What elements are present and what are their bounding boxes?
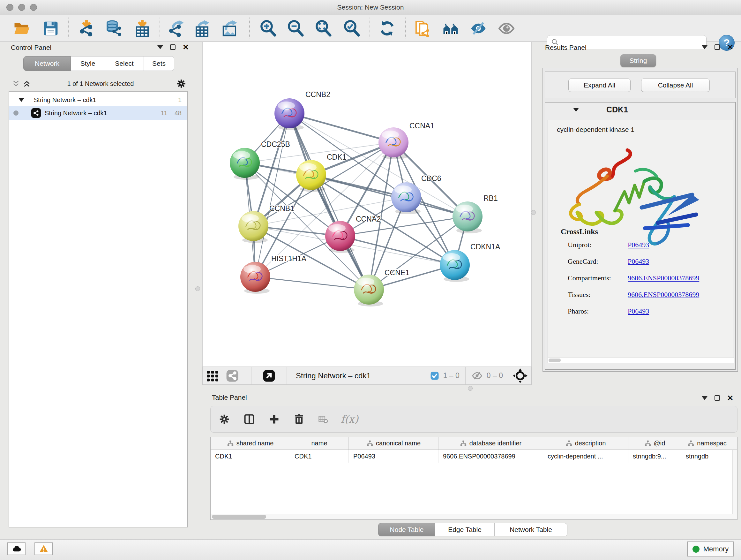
zoom-selected-button[interactable] [342, 18, 361, 38]
import-database-button[interactable] [104, 18, 124, 38]
network-node-hist1h1a[interactable] [240, 262, 270, 294]
bottom-splitter-grip[interactable] [468, 386, 473, 391]
grid-view-button[interactable] [203, 369, 222, 382]
collapse-all-button[interactable]: Collapse All [641, 78, 710, 92]
right-splitter-grip[interactable] [531, 210, 536, 215]
network-node-ccna2[interactable] [325, 221, 355, 253]
network-node-cdkn1a[interactable] [440, 250, 470, 282]
table-vscrollbar[interactable] [732, 450, 737, 514]
network-node-ccnb1[interactable] [239, 211, 268, 243]
export-image-button[interactable] [220, 18, 240, 38]
birds-eye-view-button[interactable] [222, 369, 242, 382]
zoom-out-button[interactable] [286, 18, 306, 38]
left-splitter-grip[interactable] [195, 287, 200, 291]
table-panel-close-icon[interactable]: ✕ [727, 395, 733, 401]
hide-selected-button[interactable] [468, 18, 488, 38]
hidden-nodes-indicator[interactable]: 0 – 0 [466, 370, 509, 381]
column-header-database-identifier[interactable]: database identifier [439, 437, 543, 449]
refresh-view-button[interactable] [377, 18, 397, 38]
table-panel-collapse-icon[interactable] [702, 396, 708, 400]
tab-style[interactable]: Style [71, 56, 105, 71]
save-session-button[interactable] [41, 18, 61, 38]
selected-nodes-indicator[interactable]: 1 – 0 [424, 371, 465, 381]
protein-collapse-icon[interactable] [573, 108, 579, 112]
cell[interactable]: stringdb [681, 450, 733, 462]
control-panel-float-icon[interactable] [170, 44, 176, 50]
network-options-gear-icon[interactable] [176, 78, 187, 89]
crosslink-link[interactable]: P06493 [628, 257, 649, 266]
zoom-in-button[interactable] [258, 18, 278, 38]
detach-view-button[interactable] [252, 369, 286, 382]
network-canvas[interactable]: CCNB2CCNA1CDC25BCDK1CDC6RB1CCNB1CCNA2CDK… [202, 42, 532, 367]
network-node-cdc6[interactable] [391, 182, 421, 214]
first-neighbors-button[interactable] [441, 18, 461, 38]
import-table-button[interactable] [132, 18, 152, 38]
cell[interactable]: CDK1 [211, 450, 290, 462]
cell[interactable]: cyclin-dependent ... [543, 450, 628, 462]
column-header--id[interactable]: @id [628, 437, 681, 449]
show-all-button[interactable] [496, 18, 516, 38]
network-node-cdk1[interactable] [296, 160, 326, 192]
cell[interactable]: stringdb:9... [628, 450, 681, 462]
cell[interactable]: P06493 [349, 450, 439, 462]
delete-column-trash-icon[interactable] [293, 413, 305, 425]
table-settings-gear-icon[interactable] [218, 413, 230, 425]
cell[interactable]: 9606.ENSP00000378699 [439, 450, 543, 462]
crosslink-link[interactable]: P06493 [628, 241, 649, 249]
show-columns-icon[interactable] [243, 413, 255, 425]
main-toolbar: ? [0, 15, 741, 42]
import-network-button[interactable] [77, 18, 96, 38]
tab-edge-table[interactable]: Edge Table [435, 523, 495, 537]
protein-section-header[interactable]: CDK1 [545, 103, 735, 117]
column-header-shared-name[interactable]: shared name [211, 437, 290, 449]
tab-network-table[interactable]: Network Table [495, 523, 567, 537]
crosslink-link[interactable]: 9606.ENSP00000378699 [628, 274, 699, 282]
cell[interactable]: CDK1 [290, 450, 349, 462]
zoom-fit-button[interactable] [313, 18, 333, 38]
results-panel-collapse-icon[interactable] [702, 45, 708, 49]
network-row-label: String Network – cdk1 [45, 110, 107, 117]
export-network-button[interactable] [166, 18, 186, 38]
table-row[interactable]: CDK1CDK1P064939606.ENSP00000378699cyclin… [211, 450, 737, 462]
collection-expand-icon[interactable] [18, 98, 24, 102]
tab-node-table[interactable]: Node Table [378, 523, 435, 537]
table-hscrollbar[interactable] [211, 514, 737, 519]
crosslink-link[interactable]: 9606.ENSP00000378699 [628, 291, 699, 299]
column-header-description[interactable]: description [543, 437, 628, 449]
column-header-canonical-name[interactable]: canonical name [349, 437, 439, 449]
network-graph[interactable]: CCNB2CCNA1CDC25BCDK1CDC6RB1CCNB1CCNA2CDK… [203, 42, 532, 367]
column-header-name[interactable]: name [290, 437, 349, 449]
table-panel-float-icon[interactable] [715, 395, 720, 401]
clone-network-button[interactable] [412, 18, 432, 38]
cloud-button[interactable] [7, 543, 25, 555]
results-hscrollbar[interactable] [548, 358, 734, 363]
network-node-ccna1[interactable] [379, 127, 408, 159]
memory-button[interactable]: Memory [687, 542, 734, 557]
warning-button[interactable] [35, 543, 53, 555]
hscrollbar-thumb[interactable] [212, 515, 266, 519]
tab-sets[interactable]: Sets [144, 56, 174, 71]
network-node-rb1[interactable] [453, 201, 482, 233]
results-panel-close-icon[interactable]: ✕ [727, 44, 733, 50]
network-node-count: 11 [161, 110, 167, 117]
add-column-icon[interactable] [268, 413, 280, 425]
tab-network[interactable]: Network [23, 56, 71, 71]
control-panel-collapse-icon[interactable] [157, 45, 163, 49]
export-table-button[interactable] [192, 18, 212, 38]
network-row-selected[interactable]: String Network – cdk1 11 48 [9, 106, 187, 120]
tab-string[interactable]: String [620, 54, 656, 67]
delete-table-icon[interactable] [318, 414, 328, 424]
fit-selected-button[interactable] [509, 368, 531, 383]
tab-select[interactable]: Select [105, 56, 144, 71]
function-builder-icon[interactable]: f(x) [341, 413, 358, 425]
control-panel-close-icon[interactable]: ✕ [183, 44, 189, 50]
open-session-button[interactable] [12, 18, 31, 38]
expand-all-button[interactable]: Expand All [568, 78, 630, 92]
network-node-ccne1[interactable] [354, 274, 384, 307]
network-node-cdc25b[interactable] [230, 148, 260, 180]
results-panel-float-icon[interactable] [715, 44, 720, 50]
column-header-namespac[interactable]: namespac [681, 437, 733, 449]
crosslink-link[interactable]: P06493 [628, 307, 649, 315]
zoom-in-icon [259, 20, 277, 37]
network-collection-row[interactable]: String Network – cdk1 1 [9, 94, 187, 106]
